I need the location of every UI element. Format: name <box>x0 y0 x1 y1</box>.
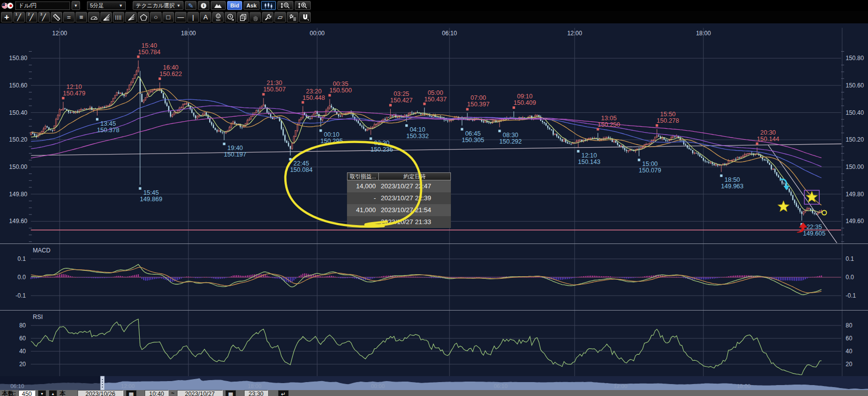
svg-text:15:50: 15:50 <box>660 111 676 118</box>
svg-text:12:00: 12:00 <box>613 383 627 389</box>
svg-text:06:10: 06:10 <box>442 30 457 37</box>
macd-lines <box>31 264 821 295</box>
fibonacci-retracement-tool[interactable]: ≡ <box>76 12 87 22</box>
trendline-1-tool[interactable]: 1╱ <box>13 12 25 22</box>
ask-button[interactable]: Ask <box>244 1 260 10</box>
svg-text:150.622: 150.622 <box>160 71 182 78</box>
time-to-input[interactable]: 23:30 <box>244 390 268 396</box>
column-header-profit[interactable]: 取引損益... <box>347 172 378 180</box>
ellipse-tool[interactable]: ○ <box>150 12 162 22</box>
zoom-in-button[interactable] <box>295 1 311 10</box>
svg-text:16:40: 16:40 <box>163 64 178 71</box>
trendline-3-tool[interactable]: 3╱ <box>38 12 50 22</box>
svg-text:RSI: RSI <box>33 314 43 320</box>
svg-text:150.409: 150.409 <box>514 99 536 106</box>
svg-text:21:30: 21:30 <box>266 79 282 86</box>
text-tool[interactable]: A <box>200 12 211 22</box>
bar-count-input[interactable]: 450 <box>18 390 35 396</box>
svg-text:20: 20 <box>19 361 26 368</box>
trade-row[interactable]: -2023/10/27 21:33 <box>347 216 451 228</box>
symbol-select[interactable]: ドル/円 <box>15 1 70 10</box>
symbol-dropdown-button[interactable]: ▼ <box>72 1 80 10</box>
icon-stamp-tool[interactable]: icon <box>212 12 224 22</box>
fan-lines-tool[interactable] <box>125 12 137 22</box>
svg-text:22:45: 22:45 <box>293 160 309 167</box>
icon-stamp-icon: icon <box>214 13 222 21</box>
parallel-lines-tool[interactable]: = <box>63 12 75 22</box>
svg-text:150.250: 150.250 <box>598 121 620 128</box>
time-from-input[interactable]: 10:40 <box>145 390 169 396</box>
candlestick-chart-button[interactable] <box>261 1 276 10</box>
snap-tool[interactable] <box>299 12 311 22</box>
count-decrease-button[interactable]: ▼ <box>38 390 46 396</box>
refresh-button[interactable]: ↵ <box>278 390 289 396</box>
pentagon-tool[interactable] <box>138 12 149 22</box>
svg-text:18:00: 18:00 <box>696 30 711 37</box>
time-alert-tool[interactable] <box>225 12 236 22</box>
navigator-strip[interactable]: 06:1012:0018:0000:0006:1012:0018:00 <box>0 376 868 391</box>
svg-text:150.479: 150.479 <box>63 90 86 97</box>
jp-flag-icon <box>7 2 13 9</box>
vertical-line-tool[interactable]: | <box>187 12 199 22</box>
settings-tool[interactable] <box>262 12 273 22</box>
pan-tool <box>250 12 261 22</box>
trade-profit-cell: - <box>347 216 378 228</box>
time-alert-icon <box>227 13 235 21</box>
interval-label: 5分足 <box>90 2 104 9</box>
svg-text:149.605: 149.605 <box>803 230 825 237</box>
svg-text:150.60: 150.60 <box>846 82 864 89</box>
date-from-input[interactable]: 2023/10/26 <box>78 390 123 396</box>
svg-text:150.427: 150.427 <box>390 97 413 104</box>
svg-text:04:10: 04:10 <box>410 126 425 133</box>
draw-mode-button[interactable]: ✎ <box>185 1 196 10</box>
count-increase-button[interactable]: ▲ <box>49 390 57 396</box>
svg-text:13:05: 13:05 <box>601 115 616 122</box>
fibonacci-arc-tool[interactable] <box>88 12 99 22</box>
calendar-to-button[interactable]: ▦ <box>225 390 236 396</box>
svg-text:MACD: MACD <box>33 247 51 254</box>
trade-row[interactable]: 41,0002023/10/27 21:54 <box>347 204 451 216</box>
trendline-2-tool[interactable]: 2╱ <box>26 12 37 22</box>
svg-text:0.1: 0.1 <box>846 255 854 262</box>
svg-text:150.40: 150.40 <box>846 109 864 116</box>
zoom-out-button[interactable] <box>277 1 293 10</box>
fan-lines-icon <box>127 13 135 21</box>
text-icon: A <box>203 13 208 21</box>
trade-profit-cell: - <box>347 192 378 204</box>
trading-app-window: 12:10150.47913:45150.37815:40150.78415:4… <box>0 0 868 396</box>
time-zones-tool[interactable]: |||| <box>113 12 124 22</box>
navigator-handle[interactable] <box>100 376 104 391</box>
svg-text:150.80: 150.80 <box>9 55 27 62</box>
svg-text:00:00: 00:00 <box>310 30 325 37</box>
trade-history-table[interactable]: 取引損益...約定日時14,0002023/10/27 22:47-2023/1… <box>347 172 451 228</box>
copy-tool[interactable] <box>237 12 249 22</box>
settings-list-tool[interactable] <box>287 12 298 22</box>
date-to-input[interactable]: 2023/10/27 <box>177 390 223 396</box>
svg-text:150.00: 150.00 <box>9 163 27 170</box>
horizontal-line-tool[interactable]: — <box>175 12 186 22</box>
rectangle-tool[interactable]: □ <box>163 12 174 22</box>
area-chart-button[interactable] <box>211 1 226 10</box>
interval-select[interactable]: 5分足 ▼ <box>87 1 126 10</box>
ruler-tool[interactable] <box>51 12 62 22</box>
bid-button[interactable]: Bid <box>227 1 242 10</box>
trade-row[interactable]: -2023/10/27 22:39 <box>347 192 451 204</box>
svg-text:05:00: 05:00 <box>428 89 443 96</box>
technical-select-button[interactable]: テクニカル選択 ▼ <box>133 1 183 10</box>
trade-row[interactable]: 14,0002023/10/27 22:47 <box>347 180 451 192</box>
technical-select-label: テクニカル選択 <box>136 2 174 9</box>
crosshair-tool[interactable]: + <box>1 12 12 22</box>
fibonacci-fan-tool[interactable] <box>100 12 112 22</box>
info-button[interactable]: i <box>198 1 209 10</box>
svg-text:80: 80 <box>19 322 26 329</box>
currency-pair-flags <box>1 2 13 9</box>
column-header-exec-time[interactable]: 約定日時 <box>378 172 451 180</box>
calendar-from-button[interactable]: ▦ <box>126 390 137 396</box>
ellipse-icon: ○ <box>154 13 158 21</box>
svg-text:23:20: 23:20 <box>306 88 322 95</box>
svg-text:150.20: 150.20 <box>9 136 27 143</box>
svg-text:150.397: 150.397 <box>467 101 490 108</box>
pan-icon <box>252 13 260 21</box>
eraser-tool[interactable]: ▱ <box>274 12 286 22</box>
svg-text:80: 80 <box>846 322 853 329</box>
